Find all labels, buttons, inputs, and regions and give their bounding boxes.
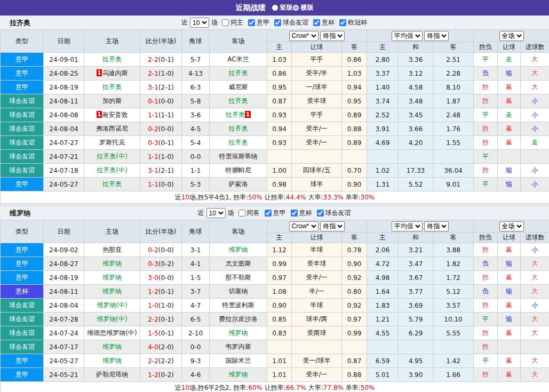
avg-home: 6.59: [367, 354, 399, 368]
home-team-name[interactable]: 维罗纳(中): [97, 315, 127, 323]
away-team-name[interactable]: 维罗纳: [229, 329, 248, 337]
same-venue-checkbox[interactable]: [238, 210, 245, 217]
match-date: 24-07-18: [44, 164, 84, 178]
avg-home: 2.80: [367, 53, 399, 67]
result-goals: 小: [521, 299, 549, 313]
home-team: 拉齐奥: [84, 178, 140, 191]
away-team: 切塞纳: [210, 285, 267, 299]
odds-provider-select[interactable]: Crow*: [289, 31, 319, 41]
avg-final-select[interactable]: 终指: [424, 31, 449, 41]
radio-label: 横版: [301, 3, 314, 12]
odds-handicap: 受平/半: [292, 67, 342, 81]
home-team-name: 弗洛西诺尼: [96, 125, 128, 132]
view-mode-radio[interactable]: 横版: [293, 3, 314, 12]
odds-home: 0.99: [267, 257, 292, 271]
avg-draw: 5.79: [399, 313, 433, 326]
avg-provider-select[interactable]: 平均值: [392, 31, 423, 41]
home-team-name[interactable]: 拉齐奥(中): [97, 153, 127, 160]
avg-provider-select[interactable]: 平均值: [392, 221, 423, 231]
odds-home: 0.97: [267, 271, 292, 285]
sub-column-header: 胜负: [474, 42, 498, 53]
avg-away: 10.10: [433, 313, 474, 326]
column-group-header: 平均值 终指: [367, 220, 474, 233]
home-team-name[interactable]: 拉齐奥(中): [97, 166, 127, 174]
corners: 3-7: [182, 285, 210, 299]
title-bar: 近期战绩 竖版横版: [0, 0, 549, 15]
summary-segment: 让胜率:: [262, 384, 286, 391]
away-team-name[interactable]: 拉齐奥: [229, 139, 248, 146]
league-filter-checkbox[interactable]: [339, 19, 346, 26]
away-team-name[interactable]: 拉齐奥: [229, 125, 248, 132]
league-filter-checkbox[interactable]: [274, 19, 281, 26]
odds-handicap: 半球: [292, 243, 342, 257]
league-filter-checkbox[interactable]: [291, 210, 298, 217]
result-handicap: 输: [498, 164, 521, 178]
odds-handicap: 受一/球半: [292, 354, 342, 368]
scope-select[interactable]: 全场: [499, 31, 524, 41]
half-score: (0-0): [158, 274, 174, 282]
avg-final-select[interactable]: 终指: [424, 221, 449, 231]
full-score: 3-1: [148, 84, 158, 91]
home-team-name[interactable]: 拉齐奥: [102, 83, 122, 91]
score: 0-3(0-1): [140, 136, 182, 150]
sub-column-header: 客: [433, 233, 474, 243]
home-team: 维罗纳: [84, 354, 140, 368]
red-card-badge: 1: [97, 111, 102, 118]
column-group-header: 平均值 终指: [367, 30, 474, 42]
matches-table: 类型日期主场比分(半场)角球客场Crow* 终指平均值 终指全场主让球客主和客胜…: [0, 220, 549, 392]
sub-column-header: 进球数: [521, 42, 549, 53]
match-date: 24-05-21: [44, 368, 84, 382]
away-team: 费拉尔皮沙洛: [210, 313, 267, 326]
view-mode-radio[interactable]: 竖版: [272, 3, 293, 12]
home-team-name[interactable]: 拉齐奥: [102, 55, 122, 63]
result-handicap: 赢: [498, 271, 521, 285]
home-team-name[interactable]: 维罗纳: [102, 274, 122, 281]
home-team-name[interactable]: 维罗纳: [102, 357, 122, 364]
away-team-name[interactable]: 拉齐奥: [229, 69, 248, 77]
home-team-name[interactable]: 维罗纳: [102, 287, 122, 295]
score: 0-1(0-0): [140, 94, 182, 108]
same-venue-checkbox[interactable]: [222, 19, 229, 26]
avg-away: 3.88: [433, 243, 474, 257]
scope-select[interactable]: 全场: [499, 221, 524, 231]
away-team-name: AC米兰: [227, 55, 249, 63]
column-group-header: Crow* 终指: [267, 30, 367, 42]
odds-final-select[interactable]: 终指: [320, 221, 345, 231]
league-badge: 意甲: [1, 243, 44, 257]
away-team-name[interactable]: 拉齐奥: [226, 111, 245, 118]
score: 1-0(1-0): [140, 299, 182, 313]
away-team-name[interactable]: 拉齐奥: [229, 97, 248, 105]
table-row: 意甲24-08-251乌迪内斯2-1(1-0)4-13拉齐奥0.86受平/半1.…: [1, 67, 549, 81]
summary-segment: 44.4%: [286, 194, 306, 201]
home-team-name[interactable]: 维罗纳(中): [97, 301, 127, 309]
red-card-badge: 1: [245, 111, 251, 118]
odds-handicap: 平手: [292, 53, 342, 67]
result-outcome: 胜: [474, 243, 498, 257]
match-date: 24-09-01: [44, 53, 84, 67]
odds-provider-select[interactable]: Crow*: [289, 221, 319, 231]
odds-final-select[interactable]: 终指: [320, 31, 345, 41]
home-team-name[interactable]: 拉齐奥: [102, 180, 122, 188]
match-count-select[interactable]: 10: [190, 18, 209, 28]
match-date: 24-09-02: [44, 243, 84, 257]
full-score: 4-0: [148, 343, 158, 351]
match-count-select[interactable]: 10: [206, 208, 226, 218]
league-badge: 意甲: [1, 53, 44, 67]
summary-segment: 60%: [248, 384, 262, 391]
result-goals: 大: [521, 354, 549, 368]
away-team: 维罗纳: [210, 368, 267, 382]
score: 0-2(0-0): [140, 243, 182, 257]
league-filter-checkbox[interactable]: [265, 210, 272, 217]
home-team-name[interactable]: 维罗纳: [102, 343, 122, 350]
home-team-name[interactable]: 维罗纳: [102, 260, 122, 267]
away-team: AC米兰: [210, 53, 267, 67]
league-filter-checkbox[interactable]: [313, 19, 320, 26]
result-handicap: 输: [498, 67, 521, 81]
score: 3-0(0-0): [140, 271, 182, 285]
away-team-name[interactable]: 维罗纳: [229, 246, 248, 253]
league-filter-checkbox[interactable]: [317, 210, 324, 217]
match-date: 24-08-19: [44, 271, 84, 285]
away-team-name[interactable]: 维罗纳: [229, 371, 248, 378]
league-filter-checkbox[interactable]: [248, 19, 255, 26]
away-team: 拉齐奥: [210, 67, 267, 81]
